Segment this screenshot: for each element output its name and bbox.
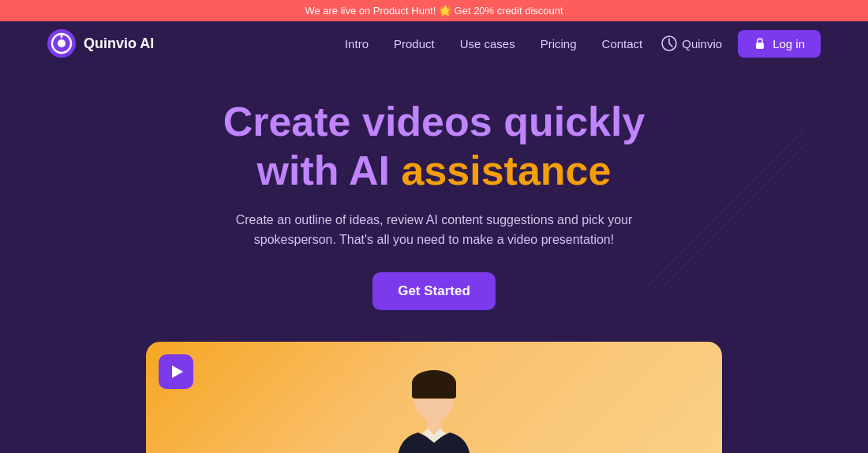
person-figure [355, 358, 513, 453]
login-button[interactable]: Log in [738, 30, 821, 58]
lock-icon [754, 37, 766, 50]
svg-rect-10 [412, 381, 456, 399]
hero-section: Create videos quickly with AI assistance… [0, 66, 868, 326]
svg-point-2 [58, 39, 65, 47]
nav-pricing[interactable]: Pricing [541, 37, 577, 51]
svg-rect-5 [756, 43, 764, 49]
logo-icon [47, 29, 76, 58]
nav-product[interactable]: Product [394, 37, 435, 51]
navbar: Quinvio AI Intro Product Use cases Prici… [0, 21, 868, 66]
nav-external-label: Quinvio [682, 37, 722, 51]
nav-contact[interactable]: Contact [602, 37, 643, 51]
get-started-button[interactable]: Get Started [372, 272, 496, 310]
login-label: Log in [773, 37, 805, 51]
nav-intro[interactable]: Intro [345, 37, 369, 51]
hero-title-line1: Create videos quickly [223, 99, 645, 144]
nav-links: Intro Product Use cases Pricing Contact [345, 37, 642, 51]
top-banner: We are live on Product Hunt! 🌟 Get 20% c… [0, 0, 868, 21]
video-preview [146, 342, 722, 453]
quinvio-external-icon [661, 36, 677, 51]
hero-title-line2-part1: with AI [257, 148, 402, 193]
hero-subtitle: Create an outline of ideas, review AI co… [229, 210, 639, 250]
banner-text: We are live on Product Hunt! 🌟 Get 20% c… [305, 5, 563, 17]
hero-title: Create videos quickly with AI assistance [16, 97, 852, 196]
logo-area[interactable]: Quinvio AI [47, 29, 154, 58]
play-icon [172, 365, 183, 378]
nav-use-cases[interactable]: Use cases [460, 37, 515, 51]
hero-title-line2-part2: assistance [401, 148, 611, 193]
nav-external-quinvio[interactable]: Quinvio [661, 36, 722, 51]
logo-text: Quinvio AI [84, 36, 154, 52]
play-button[interactable] [159, 354, 193, 389]
